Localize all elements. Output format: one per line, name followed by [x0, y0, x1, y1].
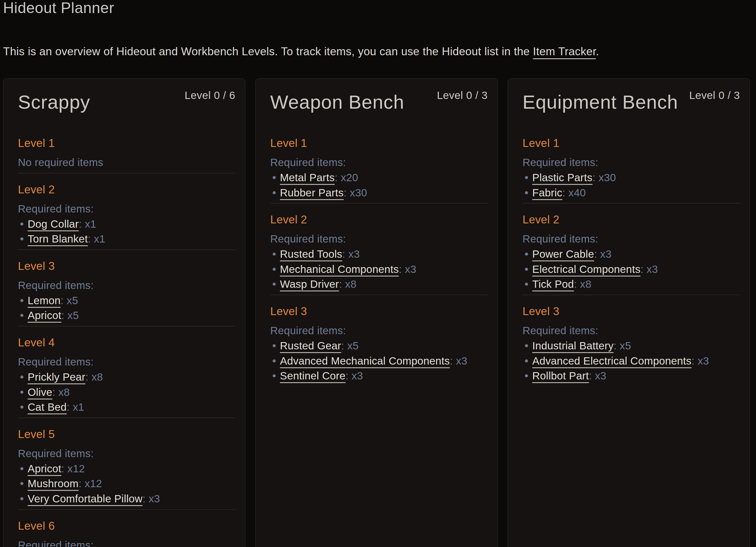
item-link[interactable]: Electrical Components — [532, 263, 640, 275]
level-section-level-2: Level 2Required items:Dog Collar: x1Torn… — [18, 173, 235, 250]
item-link[interactable]: Dog Collar — [28, 218, 79, 230]
required-items-label: Required items: — [18, 446, 235, 461]
item-link[interactable]: Very Comfortable Pillow — [28, 493, 142, 505]
level-section-level-1: Level 1Required items:Plastic Parts: x30… — [523, 127, 740, 203]
item-separator: : — [589, 370, 595, 382]
item-separator: : — [61, 294, 67, 306]
item-link[interactable]: Lemon — [28, 294, 61, 306]
item-link[interactable]: Advanced Electrical Components — [532, 355, 692, 367]
card-title: Equipment Bench — [523, 90, 678, 114]
item-link[interactable]: Metal Parts — [280, 172, 335, 183]
required-item-row: Dog Collar: x1 — [18, 216, 235, 232]
item-count: x30 — [350, 187, 367, 199]
item-link[interactable]: Sentinel Core — [280, 370, 346, 382]
level-section-level-3: Level 3Required items:Lemon: x5Apricot: … — [18, 250, 235, 326]
item-separator: : — [346, 370, 352, 382]
item-separator: : — [399, 263, 405, 275]
item-count: x1 — [73, 401, 84, 413]
item-separator: : — [594, 248, 600, 260]
item-link[interactable]: Rubber Parts — [280, 187, 344, 199]
required-items-label: Required items: — [18, 201, 235, 216]
required-items-label: Required items: — [18, 354, 235, 369]
required-item-row: Mushroom: x12 — [18, 476, 235, 491]
required-item-row: Advanced Mechanical Components: x3 — [270, 353, 488, 369]
required-items-list: Power Cable: x3Electrical Components: x3… — [523, 246, 740, 292]
item-link[interactable]: Industrial Battery — [532, 340, 614, 352]
level-heading: Level 2 — [18, 182, 235, 197]
required-item-row: Rollbot Part: x3 — [523, 368, 740, 383]
item-count: x3 — [405, 263, 417, 275]
item-count: x8 — [580, 278, 591, 290]
level-heading: Level 3 — [18, 259, 235, 273]
item-link[interactable]: Olive — [28, 386, 52, 398]
intro-text-after: . — [596, 45, 599, 58]
required-items-list: Lemon: x5Apricot: x5 — [18, 293, 235, 323]
item-separator: : — [341, 340, 347, 352]
required-items-list: Plastic Parts: x30Fabric: x40 — [523, 170, 740, 200]
required-item-row: Apricot: x12 — [18, 461, 235, 476]
required-items-label: Required items: — [270, 323, 488, 338]
item-count: x3 — [348, 248, 360, 260]
item-link[interactable]: Advanced Mechanical Components — [280, 355, 450, 367]
item-separator: : — [339, 278, 345, 290]
item-count: x3 — [149, 493, 160, 505]
item-count: x3 — [352, 370, 363, 382]
item-count: x3 — [647, 263, 658, 275]
level-section-level-1: Level 1Required items:Metal Parts: x20Ru… — [270, 127, 488, 203]
level-heading: Level 3 — [523, 304, 740, 319]
required-item-row: Tick Pod: x8 — [523, 277, 740, 292]
item-separator: : — [640, 263, 646, 275]
item-count: x1 — [85, 218, 96, 230]
level-section-level-5: Level 5Required items:Apricot: x12Mushro… — [18, 418, 235, 509]
item-count: x8 — [58, 386, 70, 398]
item-link[interactable]: Mushroom — [28, 477, 79, 489]
required-item-row: Metal Parts: x20 — [270, 170, 488, 185]
required-item-row: Sentinel Core: x3 — [270, 368, 488, 383]
item-link[interactable]: Prickly Pear — [28, 371, 85, 383]
item-count: x5 — [620, 340, 631, 352]
required-item-row: Very Comfortable Pillow: x3 — [18, 491, 235, 506]
item-count: x3 — [600, 248, 612, 260]
required-item-row: Power Cable: x3 — [523, 246, 740, 262]
level-section-level-3: Level 3Required items:Rusted Gear: x5Adv… — [270, 295, 488, 386]
item-link[interactable]: Rusted Tools — [280, 248, 342, 260]
item-link[interactable]: Mechanical Components — [280, 263, 399, 275]
item-link[interactable]: Fabric — [532, 187, 562, 199]
item-link[interactable]: Wasp Driver — [280, 278, 339, 290]
level-heading: Level 6 — [18, 519, 235, 533]
item-tracker-link[interactable]: Item Tracker — [533, 45, 596, 58]
card-title: Weapon Bench — [270, 90, 404, 114]
item-link[interactable]: Torn Blanket — [28, 233, 88, 245]
item-count: x8 — [91, 371, 103, 383]
required-items-label: Required items: — [523, 155, 740, 170]
level-section-level-2: Level 2Required items:Power Cable: x3Ele… — [523, 203, 740, 295]
item-link[interactable]: Tick Pod — [532, 278, 574, 290]
required-item-row: Cat Bed: x1 — [18, 399, 235, 415]
item-separator: : — [450, 355, 456, 367]
item-link[interactable]: Rusted Gear — [280, 340, 341, 352]
level-progress-indicator: Level 0 / 3 — [689, 88, 740, 102]
level-heading: Level 2 — [270, 212, 488, 227]
item-link[interactable]: Rollbot Part — [532, 370, 589, 382]
item-count: x3 — [698, 355, 709, 367]
item-link[interactable]: Cat Bed — [28, 401, 67, 413]
required-items-list: Prickly Pear: x8Olive: x8Cat Bed: x1 — [18, 369, 235, 415]
required-item-row: Rusted Gear: x5 — [270, 338, 488, 353]
item-link[interactable]: Apricot — [28, 463, 61, 474]
required-item-row: Lemon: x5 — [18, 293, 235, 308]
item-separator: : — [79, 218, 85, 230]
item-separator: : — [142, 493, 148, 505]
item-separator: : — [344, 187, 350, 199]
item-count: x30 — [598, 172, 616, 183]
card-scrappy: ScrappyLevel 0 / 6Level 1No required ite… — [3, 78, 245, 547]
item-link[interactable]: Apricot — [28, 309, 61, 321]
item-count: x40 — [568, 187, 586, 199]
bench-cards-row: ScrappyLevel 0 / 6Level 1No required ite… — [3, 78, 750, 547]
item-link[interactable]: Power Cable — [532, 248, 594, 260]
level-section-level-2: Level 2Required items:Rusted Tools: x3Me… — [270, 203, 488, 295]
item-count: x12 — [85, 477, 102, 489]
required-item-row: Wasp Driver: x8 — [270, 277, 488, 292]
card-title: Scrappy — [18, 90, 90, 114]
item-link[interactable]: Plastic Parts — [532, 172, 592, 183]
card-header: Weapon BenchLevel 0 / 3 — [270, 88, 488, 114]
